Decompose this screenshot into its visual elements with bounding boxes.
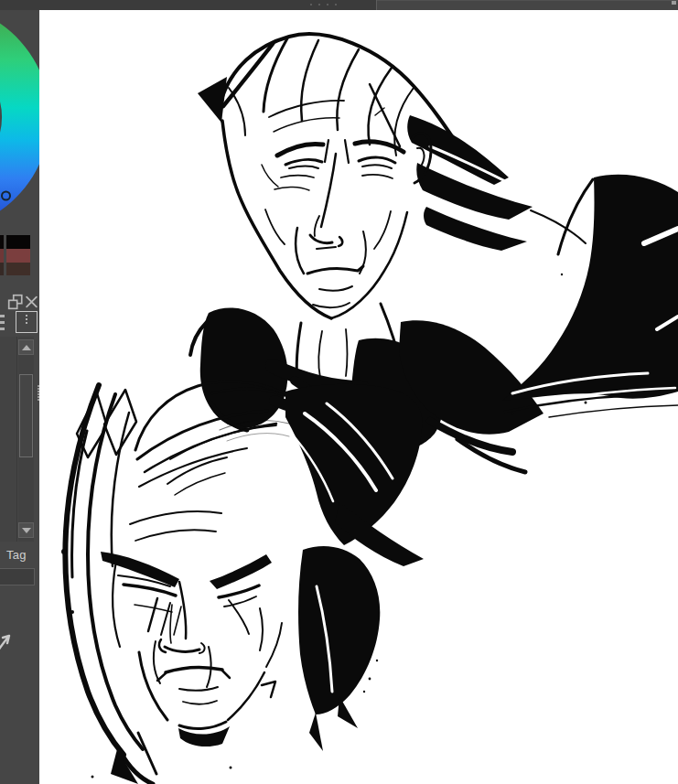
corner-widget-icon — [672, 1, 676, 5]
drag-handle-dot[interactable] — [335, 4, 337, 5]
float-docker-icon[interactable] — [7, 294, 24, 310]
tag-filter-input[interactable] — [0, 568, 35, 585]
swatch-sliver[interactable] — [0, 263, 4, 275]
swatch-maroon[interactable] — [6, 249, 30, 263]
titlebar-right-section — [376, 0, 678, 10]
scroll-up-button[interactable] — [18, 339, 34, 355]
swatch-black[interactable] — [6, 235, 30, 249]
freehand-brush-arrow-icon[interactable] — [0, 628, 15, 652]
swatch-sliver[interactable] — [0, 249, 4, 263]
swatch-sliver[interactable] — [0, 235, 4, 249]
preset-list-panel — [0, 337, 17, 542]
artwork-sketch — [39, 10, 678, 784]
close-docker-icon[interactable] — [25, 295, 38, 309]
top-docker-titlebar — [0, 0, 678, 10]
swatch-dark-brown[interactable] — [6, 263, 30, 275]
scroll-up-arrow-icon — [22, 345, 31, 350]
vertical-scrollbar[interactable] — [18, 337, 34, 542]
drag-handle-dot[interactable] — [318, 4, 320, 5]
drag-handle-dot[interactable] — [327, 4, 328, 5]
canvas-viewport[interactable] — [39, 10, 678, 784]
left-docker-panel: Tag — [0, 10, 39, 784]
scrollbar-thumb[interactable] — [19, 374, 33, 457]
scroll-down-button[interactable] — [18, 522, 34, 538]
color-wheel[interactable] — [0, 10, 39, 239]
preset-display-button[interactable] — [16, 311, 38, 333]
drag-handle-dot[interactable] — [310, 4, 312, 5]
scroll-down-arrow-icon — [22, 528, 31, 533]
color-selector-docker[interactable] — [0, 10, 39, 239]
tag-label: Tag — [6, 548, 27, 562]
application-window: Tag — [0, 0, 678, 784]
